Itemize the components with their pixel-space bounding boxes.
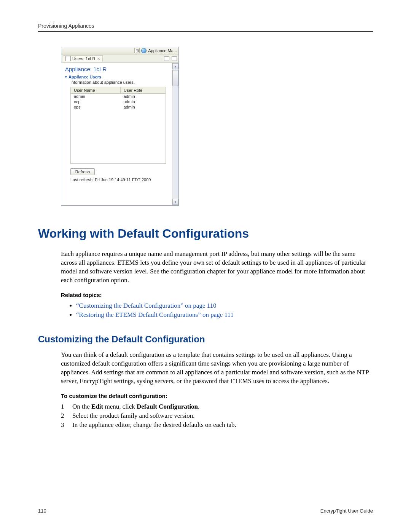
- tab-users[interactable]: Users: 1cLR ✕: [63, 55, 103, 62]
- heading-customizing: Customizing the Default Configuration: [38, 334, 373, 345]
- step-text: Select the product family and software v…: [72, 412, 194, 420]
- intro-paragraph: Each appliance requires a unique name an…: [38, 250, 373, 285]
- list-item: “Customizing the Default Configuration” …: [76, 302, 373, 310]
- cell-user-role: admin: [121, 104, 166, 110]
- page-footer: 110 EncrypTight User Guide: [38, 508, 373, 514]
- section-subtitle: Information about appliance users.: [70, 80, 168, 85]
- page-icon: [65, 56, 71, 61]
- section-title: Appliance Users: [68, 75, 101, 79]
- step-text: menu, click: [103, 403, 137, 410]
- step-1: 1 On the Edit menu, click Default Config…: [61, 403, 373, 411]
- step-number: 1: [61, 403, 67, 411]
- step-text-bold: Edit: [91, 403, 103, 410]
- cell-user-role: admin: [121, 99, 166, 104]
- cell-user-name: ops: [71, 104, 121, 110]
- related-topics-heading: Related topics:: [61, 292, 373, 298]
- running-header: Provisioning Appliances: [38, 23, 373, 32]
- procedure-heading: To customize the default configuration:: [61, 393, 373, 399]
- cell-user-name: admin: [71, 94, 121, 99]
- related-links-list: “Customizing the Default Configuration” …: [76, 302, 373, 319]
- close-icon[interactable]: ✕: [97, 57, 100, 61]
- link-customizing[interactable]: “Customizing the Default Configuration” …: [76, 302, 217, 309]
- table-row[interactable]: cep admin: [71, 99, 166, 104]
- section-header[interactable]: ▾ Appliance Users: [65, 75, 168, 79]
- scroll-up-icon[interactable]: ▴: [172, 63, 178, 69]
- app-window: ⊞ Appliance Ma... Users: 1cLR ✕ Applianc…: [61, 47, 179, 206]
- step-2: 2 Select the product family and software…: [61, 412, 373, 420]
- scrollbar[interactable]: ▴ ▾: [172, 63, 178, 205]
- chevron-down-icon: ▾: [65, 75, 67, 79]
- scroll-thumb[interactable]: [172, 70, 178, 86]
- view-controls: [164, 56, 177, 61]
- status-text: Last refresh: Fri Jun 19 14:49:11 EDT 20…: [70, 177, 168, 182]
- customizing-paragraph: You can think of a default configuration…: [38, 351, 373, 386]
- window-toolbar: ⊞ Appliance Ma...: [61, 47, 178, 54]
- users-table: User Name User Role admin admin: [70, 87, 166, 164]
- step-text: In the appliance editor, change the desi…: [72, 421, 236, 429]
- panel-title: Appliance: 1cLR: [65, 66, 168, 72]
- globe-icon: [141, 48, 147, 53]
- step-3: 3 In the appliance editor, change the de…: [61, 421, 373, 429]
- perspective-switch-icon[interactable]: ⊞: [134, 48, 140, 53]
- tab-bar: Users: 1cLR ✕: [61, 54, 178, 63]
- table-row[interactable]: ops admin: [71, 104, 166, 110]
- col-user-name[interactable]: User Name: [71, 87, 121, 94]
- list-item: “Restoring the ETEMS Default Configurati…: [76, 311, 373, 319]
- step-text: .: [198, 403, 199, 410]
- doc-title: EncrypTight User Guide: [320, 508, 373, 514]
- heading-working-with-default: Working with Default Configurations: [38, 227, 373, 241]
- maximize-view-icon[interactable]: [172, 56, 177, 61]
- figure-screenshot: ⊞ Appliance Ma... Users: 1cLR ✕ Applianc…: [61, 47, 373, 206]
- col-user-role[interactable]: User Role: [121, 87, 166, 94]
- perspective-label: Appliance Ma...: [148, 48, 177, 53]
- tab-label: Users: 1cLR: [72, 56, 96, 61]
- minimize-view-icon[interactable]: [164, 56, 169, 61]
- link-restoring[interactable]: “Restoring the ETEMS Default Configurati…: [76, 311, 234, 318]
- step-number: 3: [61, 421, 67, 429]
- scroll-down-icon[interactable]: ▾: [172, 199, 178, 205]
- step-text-bold: Default Configuration: [137, 403, 198, 410]
- step-number: 2: [61, 412, 67, 420]
- cell-user-role: admin: [121, 94, 166, 99]
- refresh-button[interactable]: Refresh: [70, 168, 95, 175]
- cell-user-name: cep: [71, 99, 121, 104]
- procedure-steps: 1 On the Edit menu, click Default Config…: [61, 403, 373, 429]
- page-number: 110: [38, 508, 46, 514]
- step-text: On the: [72, 403, 91, 410]
- page: Provisioning Appliances ⊞ Appliance Ma..…: [0, 0, 411, 532]
- table-row[interactable]: admin admin: [71, 94, 166, 99]
